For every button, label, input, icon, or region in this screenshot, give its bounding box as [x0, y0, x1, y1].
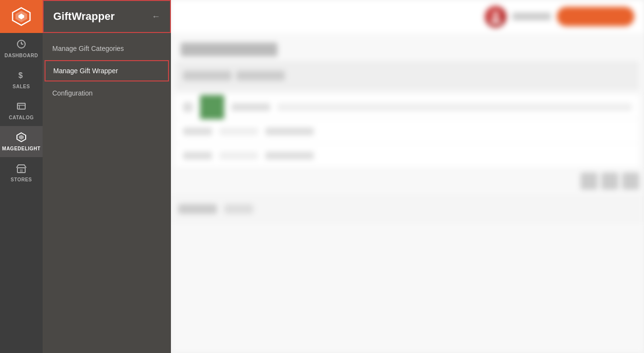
page-prev[interactable] — [581, 173, 598, 190]
svg-point-12 — [493, 12, 499, 17]
sidebar-item-dashboard[interactable]: DASHBOARD — [0, 33, 43, 64]
username-label — [512, 13, 551, 20]
add-gift-wrapper-button[interactable] — [557, 7, 634, 26]
dashboard-icon — [16, 39, 27, 51]
id-cell — [231, 103, 270, 111]
blurred-header — [171, 0, 644, 33]
main-content — [171, 0, 644, 353]
magedelight-label: MAGEDELIGHT — [2, 146, 40, 151]
table-row-2 — [176, 119, 639, 144]
magedelight-icon — [16, 132, 27, 144]
data-table — [176, 95, 639, 168]
svg-marker-9 — [19, 135, 24, 140]
catalog-label: CATALOG — [9, 115, 33, 120]
catalog-icon — [16, 101, 27, 113]
user-avatar — [485, 6, 506, 28]
checkbox-cell — [183, 102, 193, 112]
name-cell — [277, 103, 632, 111]
cell-6 — [265, 152, 314, 160]
svg-rect-11 — [20, 169, 23, 173]
submenu-header: GiftWrapper ← — [43, 0, 171, 33]
sales-icon: $ — [16, 70, 27, 82]
page-1[interactable] — [601, 173, 618, 190]
footer-row — [171, 194, 644, 224]
submenu-item-manage-gift-wrapper[interactable]: Manage Gift Wrapper — [45, 60, 169, 81]
nav-bar: DASHBOARD $ SALES CATALOG MAGEDELIGHT — [0, 0, 43, 353]
blurred-content — [171, 0, 644, 353]
page-title-placeholder — [181, 43, 277, 56]
cell-2 — [219, 128, 258, 135]
stores-icon — [16, 163, 27, 175]
sidebar-item-catalog[interactable]: CATALOG — [0, 95, 43, 126]
submenu-title: GiftWrapper — [53, 10, 115, 23]
cell-5 — [219, 152, 258, 160]
page-2[interactable] — [622, 173, 639, 190]
sales-label: SALES — [13, 84, 30, 89]
submenu-item-configuration[interactable]: Configuration — [43, 82, 171, 104]
dashboard-label: DASHBOARD — [4, 53, 38, 58]
toolbar-placeholder — [176, 61, 639, 90]
svg-point-13 — [491, 18, 501, 24]
sidebar-item-stores[interactable]: STORES — [0, 157, 43, 188]
svg-rect-5 — [17, 103, 25, 109]
cell-4 — [183, 152, 212, 160]
submenu-items: Manage Gift Categories Manage Gift Wrapp… — [43, 33, 171, 109]
pagination — [176, 173, 639, 190]
footer-col-2 — [224, 204, 253, 214]
submenu-item-manage-gift-categories[interactable]: Manage Gift Categories — [43, 38, 171, 59]
stores-label: STORES — [11, 177, 32, 182]
sidebar-item-magedelight[interactable]: MAGEDELIGHT — [0, 126, 43, 157]
cell-1 — [183, 128, 212, 135]
cell-3 — [265, 128, 314, 135]
toolbar-item-1 — [183, 71, 231, 80]
submenu-back-button[interactable]: ← — [152, 12, 160, 22]
svg-text:$: $ — [18, 71, 23, 80]
table-row — [176, 95, 639, 119]
image-cell — [200, 95, 224, 119]
toolbar-item-2 — [236, 71, 285, 80]
sidebar-item-sales[interactable]: $ SALES — [0, 64, 43, 95]
table-row-3 — [176, 144, 639, 168]
submenu-panel: GiftWrapper ← Manage Gift Categories Man… — [43, 0, 171, 353]
footer-col-1 — [178, 204, 217, 214]
nav-logo[interactable] — [0, 0, 43, 33]
